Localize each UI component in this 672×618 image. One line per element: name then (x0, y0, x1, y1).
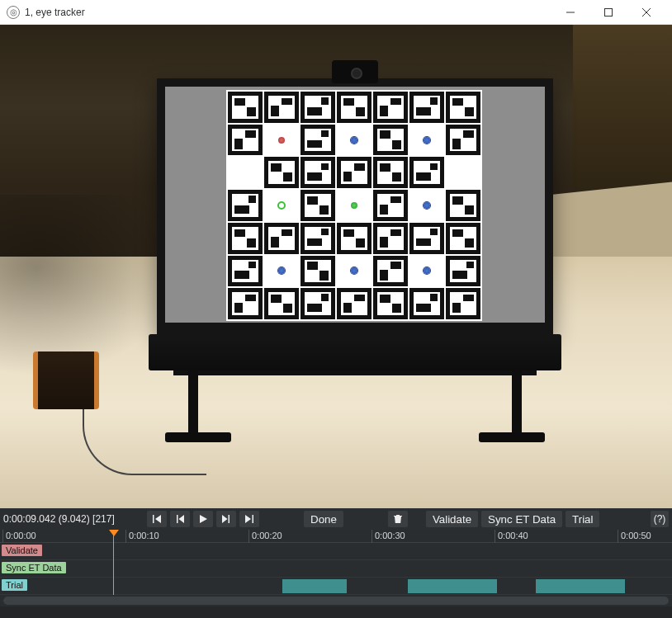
timeline-scrollbar-thumb[interactable] (3, 597, 669, 605)
calib-dot-red (278, 137, 285, 144)
track-label-sync: Sync ET Data (2, 562, 66, 573)
titlebar: ◎ 1, eye tracker (0, 0, 672, 25)
soundbar-prop (149, 334, 561, 370)
track-label-trial: Trial (2, 579, 27, 591)
status-strip (0, 606, 672, 618)
timeline[interactable]: 0:00:000:00:100:00:200:00:300:00:400:00:… (0, 530, 672, 606)
play-button[interactable] (193, 511, 213, 527)
step-forward-button[interactable] (216, 511, 236, 527)
svg-rect-1 (605, 8, 613, 16)
timeline-tick: 0:00:10 (125, 530, 159, 543)
trial-button[interactable]: Trial (566, 511, 599, 527)
skip-to-end-button[interactable] (239, 511, 259, 527)
window-title: 1, eye tracker (25, 7, 85, 18)
trial-segment[interactable] (282, 579, 347, 593)
delete-button[interactable] (388, 511, 408, 527)
trial-segment[interactable] (408, 579, 497, 593)
speaker-prop (33, 351, 99, 409)
step-back-button[interactable] (170, 511, 190, 527)
calib-dot-blue (424, 137, 430, 144)
maximize-button[interactable] (589, 0, 627, 25)
track-validate[interactable]: Validate (0, 543, 672, 560)
webcam-icon (332, 60, 378, 83)
timeline-tick: 0:00:20 (248, 530, 282, 543)
trial-segment[interactable] (536, 579, 625, 593)
gaze-ring-icon (277, 201, 286, 210)
control-bar: 0:00:09.042 (9.042) [217] Done Validate … (0, 508, 672, 530)
track-sync[interactable]: Sync ET Data (0, 560, 672, 578)
video-viewport[interactable] (0, 25, 672, 508)
timeline-tick: 0:00:50 (618, 530, 651, 543)
done-button[interactable]: Done (304, 511, 343, 527)
timeline-scrollbar[interactable] (3, 597, 669, 605)
sync-et-data-button[interactable]: Sync ET Data (481, 511, 562, 527)
calib-dot-blue (278, 267, 285, 274)
close-button[interactable] (627, 0, 665, 25)
calib-dot-blue (351, 267, 357, 274)
timeline-tick: 0:00:30 (371, 530, 405, 543)
calib-dot-green (351, 202, 357, 209)
timeline-tracks: Validate Sync ET Data Trial (0, 543, 672, 595)
skip-to-start-button[interactable] (147, 511, 167, 527)
track-trial[interactable]: Trial (0, 578, 672, 595)
calibration-board (226, 90, 482, 321)
app-icon: ◎ (7, 6, 20, 19)
validate-button[interactable]: Validate (426, 511, 478, 527)
timecode-display: 0:00:09.042 (9.042) [217] (3, 513, 144, 525)
timeline-tick: 0:00:00 (2, 530, 36, 543)
help-button[interactable]: (?) (651, 511, 669, 527)
track-label-validate: Validate (2, 545, 42, 556)
calib-dot-blue (424, 202, 430, 209)
timeline-tick: 0:00:40 (495, 530, 528, 543)
minimize-button[interactable] (551, 0, 589, 25)
monitor (157, 78, 553, 334)
calib-dot-blue (424, 267, 430, 274)
playhead[interactable] (113, 530, 114, 595)
timeline-ruler[interactable]: 0:00:000:00:100:00:200:00:300:00:400:00:… (0, 530, 672, 543)
scene-preview (0, 25, 672, 508)
calib-dot-blue (351, 137, 357, 144)
